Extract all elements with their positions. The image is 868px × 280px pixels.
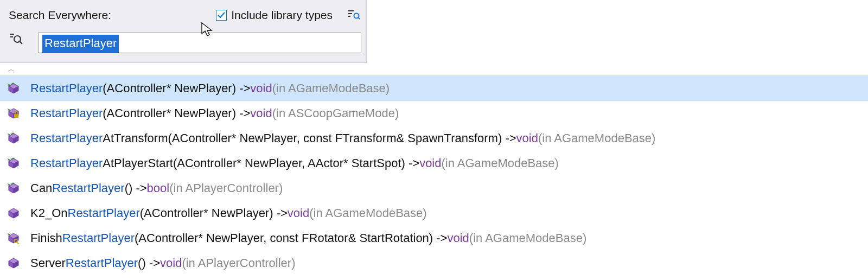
search-icon bbox=[9, 31, 24, 47]
result-row[interactable]: VCanRestartPlayer() -> bool (in APlayerC… bbox=[0, 176, 868, 201]
svg-text:V: V bbox=[8, 82, 11, 87]
results-collapse-bar[interactable]: ︿ bbox=[0, 63, 868, 76]
method-key-icon: V bbox=[8, 232, 20, 244]
svg-rect-2 bbox=[348, 16, 350, 17]
result-signature: RestartPlayerAtPlayerStart(AController* … bbox=[30, 156, 559, 170]
header-top-row: Search Everywhere: Include library types bbox=[5, 3, 361, 27]
checkbox-icon bbox=[216, 10, 227, 21]
result-signature: CanRestartPlayer() -> bool (in APlayerCo… bbox=[30, 181, 283, 195]
result-row[interactable]: VRestartPlayer(AController* NewPlayer) -… bbox=[0, 76, 868, 101]
checkbox-label: Include library types bbox=[231, 9, 333, 22]
search-input[interactable] bbox=[38, 33, 361, 53]
svg-text:V: V bbox=[8, 182, 11, 187]
result-row[interactable]: VFinishRestartPlayer(AController* NewPla… bbox=[0, 226, 868, 251]
result-row[interactable]: VRestartPlayerAtTransform(AController* N… bbox=[0, 126, 868, 151]
svg-rect-6 bbox=[10, 36, 13, 37]
result-signature: K2_OnRestartPlayer(AController* NewPlaye… bbox=[30, 206, 427, 220]
result-row[interactable]: K2_OnRestartPlayer(AController* NewPlaye… bbox=[0, 201, 868, 226]
search-input-row: RestartPlayer bbox=[5, 31, 361, 47]
result-signature: RestartPlayerAtTransform(AController* Ne… bbox=[30, 131, 655, 145]
result-row[interactable]: VRestartPlayerAtPlayerStart(AController*… bbox=[0, 151, 868, 176]
result-signature: ServerRestartPlayer() -> void (in APlaye… bbox=[30, 256, 295, 270]
svg-text:V: V bbox=[8, 157, 11, 162]
svg-rect-1 bbox=[348, 13, 352, 14]
filter-options-icon[interactable] bbox=[347, 8, 361, 22]
svg-text:V: V bbox=[8, 107, 11, 112]
method-icon bbox=[8, 207, 20, 219]
method-virtual-icon: V bbox=[8, 82, 20, 94]
results-list: VRestartPlayer(AController* NewPlayer) -… bbox=[0, 76, 868, 276]
method-protected-icon: V bbox=[8, 107, 20, 119]
method-virtual-icon: V bbox=[8, 132, 20, 144]
include-library-checkbox[interactable]: Include library types bbox=[216, 9, 333, 22]
svg-text:V: V bbox=[8, 132, 11, 137]
result-row[interactable]: VRestartPlayer(AController* NewPlayer) -… bbox=[0, 101, 868, 126]
svg-line-4 bbox=[358, 17, 360, 19]
method-virtual-icon: V bbox=[8, 157, 20, 169]
result-signature: RestartPlayer(AController* NewPlayer) ->… bbox=[30, 81, 390, 96]
chevron-up-icon: ︿ bbox=[8, 65, 15, 74]
method-virtual-icon: V bbox=[8, 182, 20, 194]
result-row[interactable]: ServerRestartPlayer() -> void (in APlaye… bbox=[0, 251, 868, 276]
svg-rect-11 bbox=[14, 114, 18, 118]
svg-rect-5 bbox=[10, 34, 14, 35]
result-signature: FinishRestartPlayer(AController* NewPlay… bbox=[30, 231, 586, 245]
result-signature: RestartPlayer(AController* NewPlayer) ->… bbox=[30, 106, 399, 120]
search-label: Search Everywhere: bbox=[9, 9, 111, 22]
method-icon bbox=[8, 257, 20, 269]
svg-line-17 bbox=[17, 242, 20, 244]
svg-line-8 bbox=[20, 41, 22, 44]
svg-rect-0 bbox=[348, 10, 354, 11]
search-header: Search Everywhere: Include library types bbox=[0, 0, 367, 63]
svg-text:V: V bbox=[8, 232, 11, 237]
